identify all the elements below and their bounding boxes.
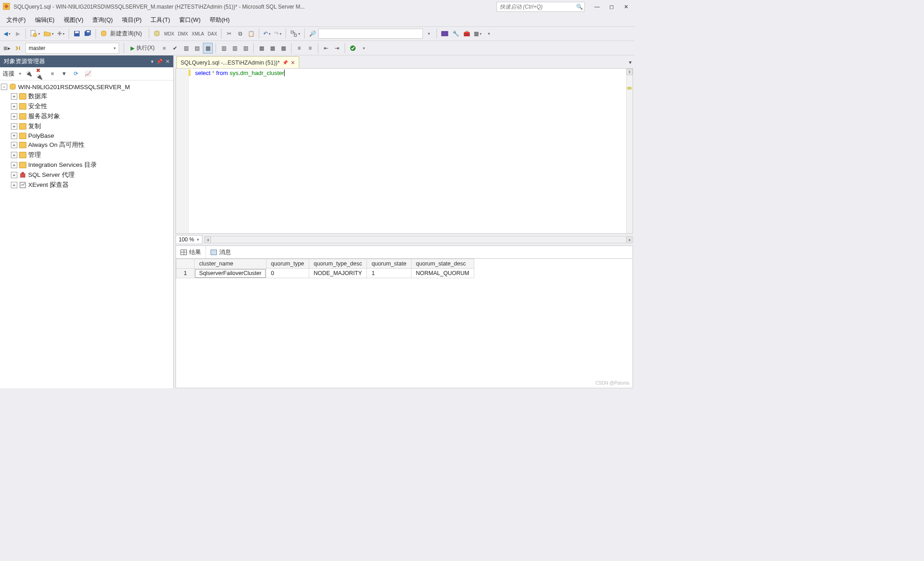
- search-dd-button[interactable]: ▾: [424, 28, 434, 39]
- close-button[interactable]: ✕: [620, 1, 632, 13]
- tree-security[interactable]: +安全性: [1, 101, 172, 111]
- cell[interactable]: SqlserverFailoverCluster: [195, 269, 266, 278]
- menu-file[interactable]: 文件(F): [2, 14, 30, 26]
- outdent-button[interactable]: ⇥: [332, 43, 342, 54]
- sql-editor[interactable]: select * from sys.dm_hadr_cluster ⇕: [176, 68, 633, 234]
- results-grid-button[interactable]: ▦: [256, 43, 266, 54]
- stop-button[interactable]: ■: [159, 43, 169, 54]
- object-explorer-tree[interactable]: − WIN-N9LIG201RSD\MSSQLSERVER_M +数据库 +安全…: [0, 80, 173, 388]
- wrench-button[interactable]: 🔧: [451, 28, 461, 39]
- overflow-button-2[interactable]: ▾: [359, 43, 369, 54]
- plan-button-3[interactable]: ▦: [203, 43, 213, 54]
- new-item-button[interactable]: [29, 28, 41, 39]
- overflow-button[interactable]: ▾: [484, 28, 494, 39]
- dmx-button[interactable]: DMX: [176, 28, 189, 39]
- menu-query[interactable]: 查询(Q): [88, 14, 117, 26]
- cell[interactable]: NODE_MAJORITY: [309, 269, 367, 278]
- redo-button[interactable]: ↷: [273, 28, 283, 39]
- results-file-button[interactable]: ▦: [278, 43, 288, 54]
- minimize-button[interactable]: —: [591, 1, 603, 13]
- disconnect-icon[interactable]: ✖🔌: [36, 69, 45, 78]
- connect-label[interactable]: 连接: [3, 70, 16, 78]
- tree-databases[interactable]: +数据库: [1, 91, 172, 101]
- editor-scrollbar[interactable]: [626, 69, 633, 233]
- open-button[interactable]: [42, 28, 55, 39]
- toolbar-search-input[interactable]: [319, 30, 422, 37]
- expand-icon[interactable]: +: [11, 93, 17, 100]
- tree-xevent[interactable]: +XEvent 探查器: [1, 180, 172, 190]
- table-row[interactable]: 1 SqlserverFailoverCluster 0 NODE_MAJORI…: [176, 269, 474, 278]
- parse-button[interactable]: ✔: [170, 43, 180, 54]
- mdx-button[interactable]: MDX: [163, 28, 176, 39]
- refresh-icon[interactable]: ⟳: [71, 69, 80, 78]
- add-button[interactable]: ✚: [56, 28, 66, 39]
- new-query-button[interactable]: 新建查询(N): [99, 28, 146, 39]
- stats-button-3[interactable]: ▥: [241, 43, 251, 54]
- quick-launch-input[interactable]: [497, 4, 574, 10]
- pin-icon[interactable]: 📌: [156, 59, 163, 65]
- script-button-1[interactable]: [152, 28, 162, 39]
- column-header[interactable]: cluster_name: [195, 259, 266, 269]
- menu-window[interactable]: 窗口(W): [175, 14, 205, 26]
- tree-server-node[interactable]: − WIN-N9LIG201RSD\MSSQLSERVER_M: [1, 82, 172, 91]
- horizontal-scrollbar[interactable]: ◂▸: [204, 236, 633, 243]
- nav-back-button[interactable]: ◀: [2, 28, 12, 39]
- tree-alwayson[interactable]: +Always On 高可用性: [1, 140, 172, 150]
- menu-tools[interactable]: 工具(T): [146, 14, 175, 26]
- close-icon[interactable]: ✕: [291, 60, 295, 66]
- expand-icon[interactable]: +: [11, 103, 17, 110]
- indent-button[interactable]: ⇤: [321, 43, 331, 54]
- results-tab[interactable]: 结果: [176, 246, 206, 258]
- column-header[interactable]: quorum_type_desc: [309, 259, 367, 269]
- stats-button-2[interactable]: ▥: [230, 43, 240, 54]
- filter-icon[interactable]: ▼: [60, 69, 69, 78]
- expand-icon[interactable]: +: [11, 113, 17, 120]
- save-button[interactable]: [72, 28, 82, 39]
- column-header[interactable]: quorum_type: [266, 259, 309, 269]
- expand-icon[interactable]: +: [11, 133, 17, 139]
- uncomment-button[interactable]: ≡: [305, 43, 315, 54]
- window-layout-button[interactable]: ▦: [472, 28, 483, 39]
- toolbox-button[interactable]: 🧰: [462, 28, 472, 39]
- column-header[interactable]: quorum_state: [367, 259, 411, 269]
- tree-integration[interactable]: +Integration Services 目录: [1, 160, 172, 170]
- specify-values-button[interactable]: [348, 43, 358, 54]
- menu-edit[interactable]: 编辑(E): [30, 14, 59, 26]
- tree-replication[interactable]: +复制: [1, 121, 172, 131]
- menu-help[interactable]: 帮助(H): [205, 14, 234, 26]
- find-button[interactable]: 🔎: [307, 28, 317, 39]
- toolbar-search-box[interactable]: [318, 29, 423, 39]
- zoom-combo[interactable]: 100 %▾: [176, 235, 202, 244]
- activity-monitor-button[interactable]: [440, 28, 450, 39]
- param-button[interactable]: [13, 43, 23, 54]
- column-header[interactable]: quorum_state_desc: [411, 259, 474, 269]
- maximize-button[interactable]: ◻: [606, 1, 618, 13]
- expand-icon[interactable]: +: [11, 152, 17, 158]
- tree-polybase[interactable]: +PolyBase: [1, 131, 172, 140]
- xmla-button[interactable]: XMLA: [191, 28, 206, 39]
- expand-icon[interactable]: +: [11, 162, 17, 168]
- pin-icon[interactable]: 📌: [282, 60, 288, 65]
- cut-button[interactable]: ✂: [224, 28, 234, 39]
- activity-icon[interactable]: 📈: [83, 69, 92, 78]
- paste-button[interactable]: 📋: [246, 28, 256, 39]
- cell[interactable]: NORMAL_QUORUM: [411, 269, 474, 278]
- tree-agent[interactable]: +SQL Server 代理: [1, 170, 172, 180]
- nav-forward-button[interactable]: ▶: [13, 28, 23, 39]
- menu-project[interactable]: 项目(P): [117, 14, 146, 26]
- expand-icon[interactable]: +: [11, 142, 17, 148]
- tree-management[interactable]: +管理: [1, 150, 172, 160]
- menu-view[interactable]: 视图(V): [59, 14, 88, 26]
- stats-button-1[interactable]: ▥: [219, 43, 229, 54]
- editor-code[interactable]: select * from sys.dm_hadr_cluster: [189, 69, 633, 233]
- results-grid-wrap[interactable]: cluster_name quorum_type quorum_type_des…: [176, 258, 633, 388]
- connect-icon[interactable]: 🔌: [24, 69, 33, 78]
- save-all-button[interactable]: [83, 28, 93, 39]
- document-tab[interactable]: SQLQuery1.sql -...EST\HZAdmin (51))* 📌 ✕: [176, 56, 299, 68]
- stop-icon[interactable]: ■: [48, 69, 57, 78]
- results-text-button[interactable]: ▦: [267, 43, 277, 54]
- tab-overflow-button[interactable]: ▾: [626, 56, 635, 68]
- tree-server-objects[interactable]: +服务器对象: [1, 111, 172, 121]
- database-combo[interactable]: master ▾: [25, 43, 119, 54]
- search-icon[interactable]: 🔍: [574, 4, 584, 10]
